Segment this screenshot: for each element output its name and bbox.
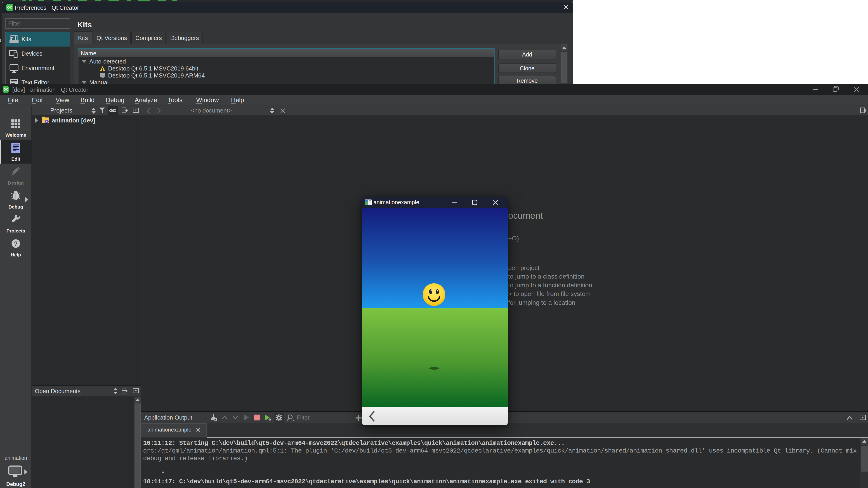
split-pane-icon[interactable] [122, 107, 128, 113]
split-pane-icon[interactable] [122, 388, 128, 394]
category-label: Environment [22, 65, 55, 72]
app-maximize-button[interactable] [468, 197, 482, 208]
scrollbar-thumb[interactable] [561, 52, 567, 84]
tree-row-manual[interactable]: Manual [79, 79, 494, 84]
category-label: Devices [22, 50, 42, 57]
collapse-arrow-icon[interactable] [82, 60, 87, 63]
document-selector[interactable]: <no document> [159, 107, 264, 114]
minimize-button[interactable] [807, 84, 823, 95]
hide-output-icon[interactable] [860, 415, 866, 420]
main-titlebar[interactable]: QC [dev] - animation - Qt Creator [0, 84, 868, 95]
remove-button[interactable]: Remove [498, 76, 556, 84]
kit-menu-arrow-icon[interactable] [24, 469, 27, 475]
output-tab-animationexample[interactable]: animationexample ✕ [142, 423, 207, 437]
stop-icon[interactable] [254, 415, 260, 420]
tree-header[interactable]: Name [79, 49, 494, 58]
mode-help[interactable]: ? Help [0, 235, 32, 259]
menu-edit[interactable]: Edit [32, 96, 43, 104]
code-sliver [108, 0, 119, 1]
clear-output-icon[interactable] [210, 414, 217, 421]
zoom-in-icon[interactable] [355, 415, 362, 421]
menu-view[interactable]: View [56, 96, 69, 104]
menu-debug[interactable]: Debug [106, 96, 125, 104]
category-item-devices[interactable]: Devices [6, 46, 70, 61]
pane-combo-arrows-icon[interactable] [113, 388, 118, 394]
dialog-titlebar[interactable]: QC Preferences - Qt Creator ✕ [2, 2, 573, 13]
smiley-shadow [429, 367, 439, 369]
text-editor-icon [9, 78, 19, 84]
app-back-icon[interactable] [368, 411, 375, 422]
debug-icon [11, 191, 20, 201]
menu-tools[interactable]: Tools [168, 96, 182, 104]
scroll-up-output-icon[interactable] [222, 415, 228, 420]
projects-pane-selector[interactable]: Projects [50, 107, 72, 114]
tree-row-kit-arm64[interactable]: Desktop Qt 6.5.1 MSVC2019 ARM64 [79, 72, 494, 79]
scrollbar-thumb[interactable] [134, 403, 141, 488]
toolbar-separator [288, 107, 288, 114]
close-button[interactable] [849, 84, 865, 95]
output-settings-toggle[interactable] [274, 413, 284, 423]
filter-search-icon[interactable] [287, 414, 295, 422]
menu-window[interactable]: Window [196, 96, 219, 104]
settings-filter-input[interactable] [5, 18, 70, 29]
link-with-editor-toggle[interactable] [107, 106, 118, 116]
kit-monitor-icon[interactable] [8, 465, 22, 478]
output-filter-input[interactable]: Filter [297, 414, 310, 421]
pane-combo-arrows-icon[interactable] [91, 108, 96, 113]
category-item-environment[interactable]: Environment [6, 61, 70, 75]
split-editor-icon[interactable] [860, 107, 867, 113]
scroll-down-output-icon[interactable] [232, 415, 238, 420]
add-button[interactable]: Add [498, 50, 556, 59]
pane-combo-arrows-icon[interactable] [270, 108, 275, 113]
run-debug-icon[interactable] [265, 414, 271, 421]
mode-projects[interactable]: Projects [0, 212, 32, 235]
code-sliver [38, 0, 44, 1]
dialog-close-button[interactable]: ✕ [562, 4, 570, 11]
open-documents-header: Open Documents [32, 386, 141, 396]
animationexample-window: animationexample [362, 197, 508, 425]
app-close-button[interactable] [489, 197, 503, 208]
scroll-up-button[interactable] [861, 438, 868, 445]
menu-file[interactable]: File [8, 96, 18, 104]
close-pane-icon[interactable] [133, 388, 139, 394]
collapse-arrow-icon[interactable] [82, 81, 87, 84]
project-tree-row[interactable]: animation [dev] [32, 116, 141, 126]
tab-qt-versions[interactable]: Qt Versions [93, 32, 131, 43]
mode-design[interactable]: Design [0, 164, 32, 188]
tab-kits[interactable]: Kits [74, 31, 92, 44]
console-output[interactable]: 10:11:12: Starting C:\dev\build\qt5-dev-… [141, 437, 860, 488]
clone-button[interactable]: Clone [498, 64, 556, 73]
scroll-up-button[interactable] [134, 397, 141, 403]
tree-row-kit-64bit[interactable]: Desktop Qt 6.5.1 MSVC2019 64bit [79, 65, 494, 72]
mode-welcome[interactable]: Welcome [0, 116, 32, 140]
open-documents-scrollbar[interactable] [134, 397, 141, 488]
filter-icon[interactable] [99, 107, 105, 114]
settings-scrollbar[interactable] [561, 44, 567, 82]
scroll-up-button[interactable] [561, 44, 567, 51]
mode-debug[interactable]: Debug [0, 188, 32, 212]
mode-edit[interactable]: Edit [0, 140, 32, 164]
category-item-text-editor[interactable]: Text Editor [6, 75, 70, 84]
close-document-icon[interactable] [280, 108, 286, 113]
app-minimize-button[interactable] [447, 197, 461, 208]
menu-build[interactable]: Build [81, 96, 94, 104]
console-scrollbar[interactable] [860, 437, 868, 488]
app-titlebar[interactable]: animationexample [362, 197, 508, 208]
rerun-icon[interactable] [243, 414, 249, 421]
close-tab-icon[interactable]: ✕ [195, 426, 201, 434]
scrollbar-thumb[interactable] [861, 446, 868, 471]
go-back-icon[interactable] [146, 107, 151, 114]
open-documents-selector[interactable]: Open Documents [35, 388, 81, 395]
restore-button[interactable] [828, 84, 844, 95]
expand-arrow-icon[interactable] [35, 118, 38, 123]
console-link[interactable]: qrc:/qt/qml/animation/animation.qml:5:1 [143, 447, 284, 454]
close-pane-icon[interactable] [133, 108, 139, 113]
tree-row-auto-detected[interactable]: Auto-detected [79, 58, 494, 65]
maximize-output-icon[interactable] [846, 415, 853, 420]
menu-analyze[interactable]: Analyze [135, 96, 157, 104]
tab-debuggers[interactable]: Debuggers [166, 32, 203, 43]
menu-help[interactable]: Help [231, 96, 244, 104]
tab-compilers[interactable]: Compilers [131, 32, 166, 43]
category-item-kits[interactable]: Kits [6, 32, 70, 46]
debug-menu-arrow-icon[interactable] [25, 197, 28, 202]
